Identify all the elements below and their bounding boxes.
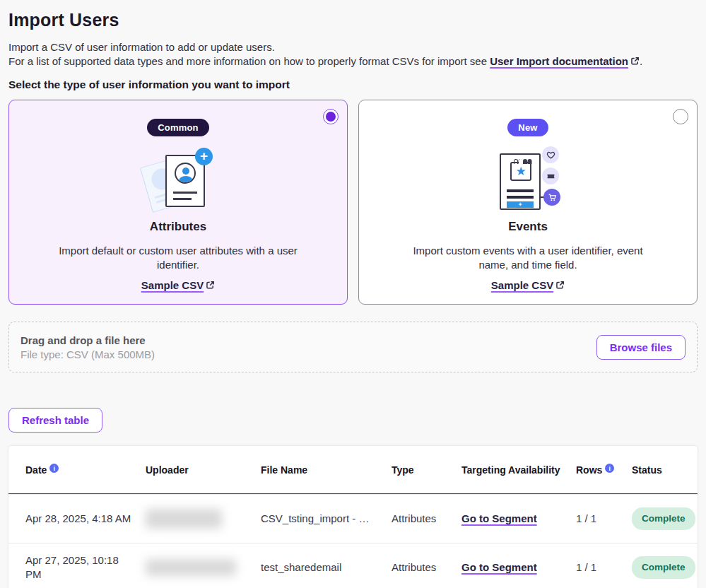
ticket-icon [542,167,559,184]
external-link-icon [630,55,640,64]
radio-unselected-icon[interactable] [673,109,688,124]
redacted-uploader-name [146,559,236,576]
status-badge: Complete [632,507,695,530]
go-to-segment-link[interactable]: Go to Segment [461,561,537,573]
attributes-card-description: Import default or custom user attributes… [47,244,309,272]
intro-line-2: For a list of supported data types and m… [8,54,698,69]
cell-status: Complete [632,499,698,539]
events-sample-csv: Sample CSV [491,279,565,291]
cell-uploader [146,551,261,584]
radio-selected-icon[interactable] [323,109,339,124]
import-users-page: Import Users Import a CSV of user inform… [0,0,706,588]
cell-file-name: CSV_tsting_import - … [261,503,392,534]
table-header-row: Datei Uploader File Name Type Targeting … [8,446,698,494]
info-icon[interactable]: i [605,464,614,473]
dropzone-text: Drag and drop a file here File type: CSV… [20,334,596,360]
events-sample-csv-link[interactable]: Sample CSV [491,279,553,291]
user-profile-card-icon: + [144,145,212,213]
table-row: Apr 28, 2025, 4:18 AM CSV_tsting_import … [8,494,698,543]
events-card-title: Events [508,220,548,234]
cell-targeting: Go to Segment [461,503,576,534]
cell-rows: 1 / 1 [576,503,632,534]
common-badge: Common [147,119,209,136]
external-link-icon [206,280,215,289]
column-header-type: Type [392,464,461,476]
plus-badge-icon: + [195,148,213,165]
file-dropzone[interactable]: Drag and drop a file here File type: CSV… [8,322,698,372]
attributes-sample-csv: Sample CSV [141,279,215,291]
cell-file-name: test_sharedemail [261,552,392,583]
events-card[interactable]: New ★ ✦ Events Import custom events with [358,100,698,305]
cell-status: Complete [632,548,698,587]
browse-files-button[interactable]: Browse files [596,335,686,360]
intro-line-1: Import a CSV of user information to add … [8,40,698,54]
redacted-uploader-name [146,509,222,529]
column-header-file-name: File Name [261,464,392,476]
cell-uploader [146,500,261,537]
cell-date: Apr 28, 2025, 4:18 AM [25,503,146,534]
cell-date: Apr 27, 2025, 10:18 PM [25,545,146,588]
refresh-table-button[interactable]: Refresh table [8,408,102,433]
new-badge: New [507,119,548,136]
go-to-segment-link[interactable]: Go to Segment [461,512,537,524]
cell-rows: 1 / 1 [576,552,632,583]
column-header-status: Status [632,464,689,476]
user-import-documentation-link[interactable]: User Import documentation [490,55,628,67]
info-icon[interactable]: i [49,464,59,473]
heart-icon [542,146,559,163]
cell-type: Attributes [392,552,461,583]
attributes-card-title: Attributes [150,220,206,234]
cell-type: Attributes [392,503,461,534]
external-link-icon [555,280,565,289]
page-title: Import Users [8,10,698,30]
event-calendar-cart-icon: ★ ✦ [487,145,569,213]
status-badge: Complete [632,556,695,579]
events-card-description: Import custom events with a user identif… [397,244,659,272]
select-type-heading: Select the type of user information you … [8,78,698,91]
import-type-cards: Common + Attributes Import default or cu… [8,100,698,305]
dropzone-title: Drag and drop a file here [20,334,596,346]
column-header-targeting-availability: Targeting Availability [461,464,576,476]
column-header-date: Datei [25,464,146,476]
dropzone-subtitle: File type: CSV (Max 500MB) [20,348,596,360]
column-header-rows: Rowsi [576,464,632,476]
shopping-cart-icon [543,189,560,206]
cell-targeting: Go to Segment [461,552,576,583]
table-row: Apr 27, 2025, 10:18 PM test_sharedemail … [8,543,698,588]
attributes-card[interactable]: Common + Attributes Import default or cu… [8,100,348,305]
attributes-sample-csv-link[interactable]: Sample CSV [141,279,204,291]
column-header-uploader: Uploader [146,464,261,476]
intro-text: Import a CSV of user information to add … [8,40,698,69]
imports-table: Datei Uploader File Name Type Targeting … [8,446,698,588]
